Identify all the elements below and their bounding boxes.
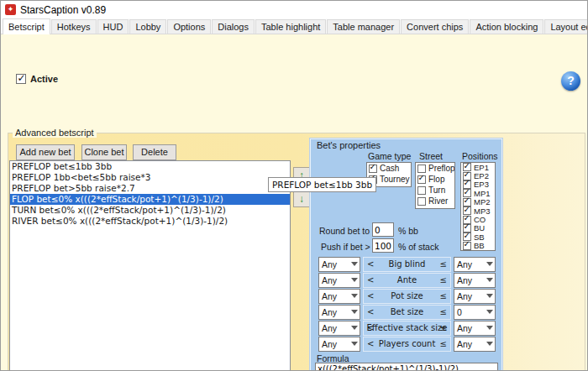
game-type-header: Game type [368,151,411,161]
dropdown-value: Any [322,339,337,349]
tab-lobby[interactable]: Lobby [129,19,166,34]
bet-size-range-label: <Bet size≤ [363,305,451,320]
check-icon: ✓ [464,222,470,231]
pot-size-range-label: <Pot size≤ [363,289,451,304]
pot-size-min-dropdown[interactable]: Any [318,289,360,304]
effective-stack-max-dropdown[interactable]: Any [454,321,496,336]
tab-table-highlight[interactable]: Table highlight [255,19,326,34]
dropdown-value: Any [457,291,472,301]
cash-checkbox[interactable]: ✓ [369,165,377,173]
formula-input[interactable] [315,363,498,371]
ante-min-dropdown[interactable]: Any [318,273,360,288]
positions-header: Positions [462,151,498,161]
round-bet-label: Round bet to [319,226,370,236]
tab-convert-chips[interactable]: Convert chips [401,19,469,34]
dropdown-value: Any [457,323,472,333]
tab-options[interactable]: Options [167,19,211,34]
big-blind-min-dropdown[interactable]: Any [318,257,360,272]
flop-checkbox[interactable]: ✓ [417,175,426,184]
betscript-list-item[interactable]: TURN bet≤0% x(((2*effStack/pot+1)^(1/3)-… [10,205,290,216]
check-icon: ✓ [370,162,376,171]
bb-checkbox[interactable]: ✓ [463,242,471,250]
check-icon: ✓ [464,205,470,214]
betscript-list-item[interactable]: PREFLOP bet≤1bb 3bb [10,161,290,172]
betscript-list-item[interactable]: PREFLOP 1bb<bet≤5bb raise*3 [10,172,290,183]
round-bet-input[interactable] [372,222,394,237]
tab-bar: Betscript Hotkeys HUD Lobby Options Dial… [1,18,587,34]
big-blind-max-dropdown[interactable]: Any [454,257,496,272]
tab-layout-editor[interactable]: Layout editor [544,19,588,34]
big-blind-range-label: <Big blind≤ [363,257,451,272]
betscript-page: ✓ Active ? Advanced betscript Add new be… [1,34,587,371]
window-title: StarsCaption v0.89 [20,4,106,16]
option-label: EP2 [474,171,489,180]
active-checkbox[interactable]: ✓ [16,74,26,84]
title-bar: ✦ StarsCaption v0.89 [1,1,587,18]
chevron-down-icon [486,262,493,266]
betscript-list-item[interactable]: PREFLOP bet>5bb raise*2.7 [10,183,290,194]
dropdown-value: Any [322,275,337,285]
bet-size-max-dropdown[interactable]: 0 [454,305,496,320]
range-name: Ante [397,275,417,285]
less-than-symbol: < [367,290,374,303]
betscript-list: PREFLOP bet≤1bb 3bb PREFLOP 1bb<bet≤5bb … [9,160,291,371]
round-bet-suffix: % bb [398,226,418,236]
tab-betscript[interactable]: Betscript [3,18,50,34]
players-count-min-dropdown[interactable]: Any [318,337,360,352]
effective-stack-min-dropdown[interactable]: Any [318,321,360,336]
tab-dialogs[interactable]: Dialogs [212,19,255,34]
betscript-list-item[interactable]: FLOP bet≤0% x(((2*effStack/pot+1)^(1/3)-… [10,194,290,205]
less-than-symbol: < [367,337,374,351]
pot-size-max-dropdown[interactable]: Any [454,289,496,304]
option-label: River [428,196,448,206]
bet-size-min-dropdown[interactable]: Any [318,305,360,320]
active-label: Active [30,74,58,84]
tab-table-manager[interactable]: Table manager [327,19,400,34]
turn-checkbox[interactable]: ✓ [417,186,426,195]
delete-button[interactable]: Delete [133,144,176,160]
check-icon: ✓ [18,72,26,84]
check-icon: ✓ [464,239,470,248]
tab-action-blocking[interactable]: Action blocking [470,19,543,34]
move-bet-down-button[interactable]: ↓ [293,191,310,207]
add-new-bet-button[interactable]: Add new bet [16,144,75,160]
option-label: MP3 [474,206,491,216]
ante-max-dropdown[interactable]: Any [454,273,496,288]
bet-size-range-row: Any <Bet size≤ 0 [311,305,503,320]
clone-bet-button[interactable]: Clone bet [81,144,127,160]
dropdown-value: Any [457,339,472,349]
option-label: MP1 [474,189,491,198]
dropdown-value: 0 [457,307,462,317]
bet-properties-label: Bet's properties [317,140,381,150]
street-option-flop[interactable]: ✓ Flop [416,174,454,185]
range-name: Big blind [389,259,426,269]
street-option-river[interactable]: ✓ River [416,196,454,206]
big-blind-range-row: Any <Big blind≤ Any [311,257,503,272]
active-checkbox-row[interactable]: ✓ Active [16,74,58,84]
range-name: Effective stack size [367,323,448,332]
check-icon: ✓ [464,187,470,196]
less-than-symbol: < [367,274,374,287]
positions-list: ✓ EP1 ✓ EP2 ✓ EP3 ✓ MP1 ✓ MP2 [460,162,496,251]
dropdown-value: Any [322,323,337,333]
less-than-symbol: < [367,306,374,319]
tab-hud[interactable]: HUD [97,19,129,34]
street-option-turn[interactable]: ✓ Turn [416,185,454,196]
chevron-down-icon [486,342,493,346]
players-count-max-dropdown[interactable]: Any [454,337,496,352]
help-button[interactable]: ? [561,71,580,91]
check-icon: ✓ [464,170,470,179]
dropdown-value: Any [322,259,337,269]
option-label: MP2 [474,197,491,206]
arrow-down-icon: ↓ [299,193,304,205]
push-if-bet-input[interactable] [372,238,394,253]
betscript-list-item[interactable]: RIVER bet≤0% x(((2*effStack/pot+1)^(1/3)… [10,216,290,227]
preflop-checkbox[interactable]: ✓ [417,165,426,173]
range-name: Pot size [391,291,423,300]
position-option-bb[interactable]: ✓ BB [461,242,495,250]
river-checkbox[interactable]: ✓ [417,197,426,206]
dropdown-value: Any [322,307,337,317]
dropdown-value: Any [322,291,337,301]
tab-hotkeys[interactable]: Hotkeys [51,19,97,34]
effective-stack-range-row: Any <Effective stack size≤ Any [311,321,503,336]
